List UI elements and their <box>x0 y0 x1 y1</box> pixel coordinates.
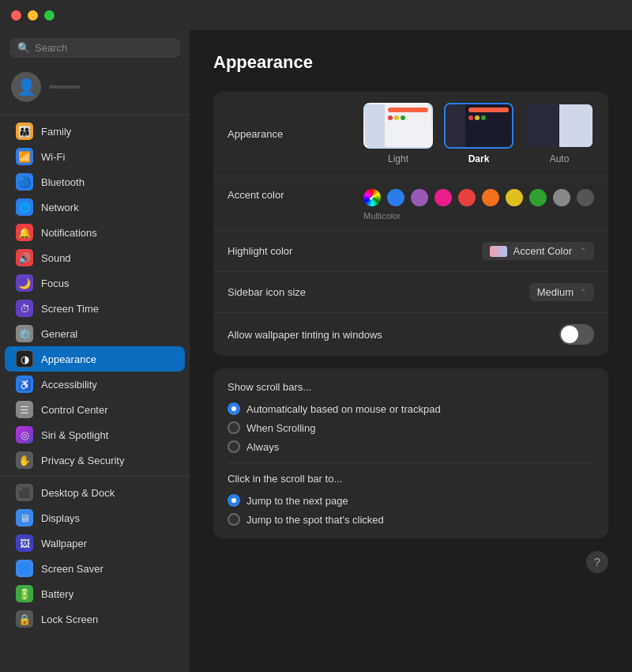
sidebar-icon-size-value: Medium <box>537 286 574 298</box>
sidebar-item-controlcenter[interactable]: ☰Control Center <box>5 397 185 422</box>
sidebar-item-battery[interactable]: 🔋Battery <box>5 581 185 606</box>
sidebar-item-bluetooth[interactable]: 🔵Bluetooth <box>5 169 185 194</box>
sidebar-icon-size-select[interactable]: Medium ⌃ <box>529 283 594 301</box>
sidebar-item-family[interactable]: 👨‍👩‍👧Family <box>5 119 185 144</box>
sidebar-item-general[interactable]: ⚙️General <box>5 321 185 346</box>
accent-dot-purple[interactable] <box>411 189 428 206</box>
click-next-page-radio[interactable] <box>228 494 240 507</box>
scroll-bars-section: Show scroll bars... Automatically based … <box>213 368 608 538</box>
click-next-page-option[interactable]: Jump to the next page <box>228 494 594 507</box>
click-spot-option[interactable]: Jump to the spot that's clicked <box>228 513 594 526</box>
scroll-scrolling-option[interactable]: When Scrolling <box>228 421 594 434</box>
appearance-icon: ◑ <box>16 350 33 368</box>
accent-dot-pink[interactable] <box>434 189 452 206</box>
scroll-auto-option[interactable]: Automatically based on mouse or trackpad <box>228 402 594 415</box>
accent-dot-green[interactable] <box>529 189 547 206</box>
search-box[interactable]: 🔍 <box>9 38 180 58</box>
wallpaper-icon: 🖼 <box>16 534 33 552</box>
wallpaper-tinting-label: Allow wallpaper tinting in windows <box>228 329 550 341</box>
sidebar-item-displays[interactable]: 🖥Displays <box>5 505 185 530</box>
scroll-always-option[interactable]: Always <box>228 440 594 453</box>
lp-dot-yellow <box>394 115 399 120</box>
sidebar-item-sound[interactable]: 🔊Sound <box>5 245 185 270</box>
appearance-label-dark: Dark <box>468 153 490 164</box>
accent-dot-multicolor[interactable] <box>363 189 381 206</box>
sidebar-item-label-sound: Sound <box>41 252 71 264</box>
appearance-row: Appearance <box>213 92 608 176</box>
dp-bar <box>468 108 509 112</box>
family-icon: 👨‍👩‍👧 <box>16 123 33 140</box>
accent-dot-yellow[interactable] <box>506 189 523 206</box>
wallpaper-tinting-toggle[interactable] <box>559 324 594 345</box>
sidebar-item-desktopdock[interactable]: ⬛Desktop & Dock <box>5 480 185 505</box>
chevron-updown-icon: ⌃ <box>580 288 586 296</box>
sidebar-item-screensaver[interactable]: 🌀Screen Saver <box>5 556 185 581</box>
dp-dot-red <box>468 115 473 120</box>
appearance-option-dark[interactable]: Dark <box>444 103 514 164</box>
search-icon: 🔍 <box>17 42 30 54</box>
appearance-preview-light <box>363 103 433 149</box>
accent-dot-orange[interactable] <box>482 189 499 206</box>
sidebar-item-accessibility[interactable]: ♿Accessibility <box>5 372 185 397</box>
general-icon: ⚙️ <box>16 325 33 342</box>
sidebar-item-label-network: Network <box>41 202 79 213</box>
scroll-scrolling-radio[interactable] <box>228 421 240 434</box>
sidebar-item-notifications[interactable]: 🔔Notifications <box>5 220 185 245</box>
appearance-preview-auto <box>525 103 594 149</box>
sidebar-item-lockscreen[interactable]: 🔒Lock Screen <box>5 606 185 632</box>
close-button[interactable] <box>11 10 21 21</box>
sidebar-item-focus[interactable]: 🌙Focus <box>5 270 185 296</box>
toggle-thumb <box>561 326 578 343</box>
auto-preview-content <box>526 104 592 147</box>
highlight-color-row: Highlight color Accent Color ⌃ <box>213 231 608 272</box>
sidebar-divider-2 <box>0 476 190 477</box>
help-btn-container: ? <box>213 551 608 573</box>
user-profile: 👤 <box>0 67 190 111</box>
bluetooth-icon: 🔵 <box>16 173 33 191</box>
sidebar-item-network[interactable]: 🌐Network <box>5 194 185 220</box>
appearance-label-auto: Auto <box>550 153 570 164</box>
appearance-option-auto[interactable]: Auto <box>525 103 594 164</box>
search-input[interactable] <box>35 42 172 54</box>
appearance-option-light[interactable]: Light <box>363 103 433 164</box>
accessibility-icon: ♿ <box>16 376 33 393</box>
sound-icon: 🔊 <box>16 249 33 266</box>
sidebar-item-privacy[interactable]: ✋Privacy & Security <box>5 447 185 473</box>
dark-preview-content <box>446 104 512 147</box>
click-next-page-label: Jump to the next page <box>246 495 348 507</box>
sidebar-item-label-notifications: Notifications <box>41 227 97 239</box>
auto-left <box>526 104 559 147</box>
accent-color-control: Multicolor <box>363 189 594 221</box>
scroll-always-label: Always <box>246 441 279 453</box>
sidebar-item-screentime[interactable]: ⏱Screen Time <box>5 296 185 321</box>
lp-dots <box>388 114 428 122</box>
accent-dot-red[interactable] <box>458 189 476 206</box>
lp-dot-red <box>388 115 393 120</box>
sidebar-item-label-desktopdock: Desktop & Dock <box>41 487 115 499</box>
help-button[interactable]: ? <box>586 551 608 573</box>
accent-dot-blue[interactable] <box>387 189 404 206</box>
scroll-auto-radio[interactable] <box>228 402 240 415</box>
chevron-down-icon: ⌃ <box>580 247 586 255</box>
scroll-always-radio[interactable] <box>228 440 240 453</box>
accent-color-label: Accent color <box>228 189 354 201</box>
appearance-preview-dark <box>444 103 514 149</box>
privacy-icon: ✋ <box>16 451 33 469</box>
accent-dot-gray[interactable] <box>553 189 570 206</box>
accent-color-dots <box>363 189 594 206</box>
highlight-color-select[interactable]: Accent Color ⌃ <box>482 242 594 260</box>
page-title: Appearance <box>213 52 608 73</box>
highlight-color-label: Highlight color <box>228 245 354 257</box>
maximize-button[interactable] <box>44 10 55 21</box>
auto-right <box>559 104 592 147</box>
main-content: Appearance Appearance <box>190 30 632 672</box>
accent-dot-darkgray[interactable] <box>577 189 594 206</box>
minimize-button[interactable] <box>28 10 38 21</box>
sidebar-item-wallpaper[interactable]: 🖼Wallpaper <box>5 530 185 556</box>
accent-colors-group: Multicolor <box>363 189 594 221</box>
sidebar-item-siri[interactable]: ◎Siri & Spotlight <box>5 422 185 447</box>
click-spot-radio[interactable] <box>228 513 240 526</box>
sidebar-item-appearance[interactable]: ◑Appearance <box>5 346 185 372</box>
displays-icon: 🖥 <box>16 509 33 527</box>
sidebar-item-wifi[interactable]: 📶Wi-Fi <box>5 144 185 169</box>
